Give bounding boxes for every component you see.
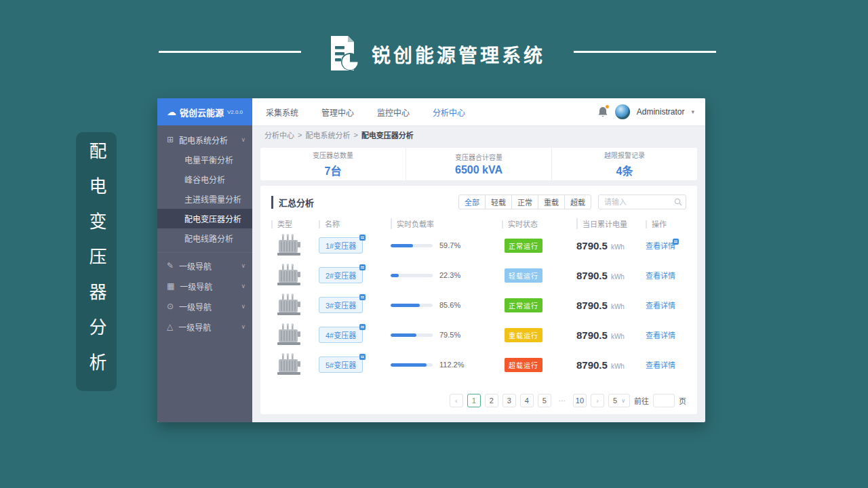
filter-heavy-load-button[interactable]: 重载 — [538, 195, 565, 209]
corner-badge-icon — [359, 235, 366, 241]
transformer-image — [271, 293, 319, 317]
sidebar-item-transformer-analysis[interactable]: 配电变压器分析 — [157, 209, 252, 228]
main-area: 采集系统 管理中心 监控中心 分析中心 Administrator ▾ — [252, 98, 705, 422]
chevron-down-icon: ∨ — [241, 283, 245, 289]
energy-value: 8790.5 — [576, 270, 608, 281]
sidebar-item-distribution-line[interactable]: 配电线路分析 — [157, 228, 252, 248]
sidebar-item-nav-4[interactable]: △ 一级导航 ∨ — [157, 317, 252, 337]
energy-unit: kWh — [611, 333, 625, 340]
breadcrumb-item[interactable]: 分析中心 — [264, 129, 294, 140]
load-percent: 112.2% — [439, 361, 465, 369]
corner-badge-icon — [359, 324, 366, 330]
warning-triangle-icon: △ — [167, 322, 173, 331]
sidebar-group-power-system-analysis[interactable]: ⊞ 配电系统分析 ∨ — [157, 129, 252, 150]
page-size-select[interactable]: 5 ∨ — [608, 394, 630, 407]
stats-card: 变压器总数量 7台 变压器合计容量 6500 kVA 越限报警记录 4条 — [260, 148, 697, 180]
goto-label: 前往 — [634, 395, 649, 406]
column-header-load: 实时负载率 — [391, 218, 434, 229]
view-detail-link[interactable]: 查看详情 — [646, 302, 675, 310]
panel-tools: 全部 轻载 正常 重载 超载 — [458, 195, 686, 209]
transformer-image — [271, 353, 319, 376]
username[interactable]: Administrator — [637, 107, 685, 117]
corner-badge-icon — [359, 294, 366, 300]
chevron-down-icon: ∨ — [621, 398, 625, 404]
load-progress — [391, 304, 433, 307]
transformer-name-button[interactable]: 2#变压器 — [319, 267, 363, 283]
pagination-ellipsis[interactable]: ··· — [555, 394, 569, 407]
transformer-image — [271, 323, 319, 346]
column-header-action: 操作 — [646, 220, 667, 228]
bell-icon[interactable] — [597, 106, 608, 118]
sidebar-item-label: 一级导航 — [179, 301, 212, 312]
energy-unit: kWh — [611, 303, 625, 310]
sidebar-item-peak-valley[interactable]: 峰谷电分析 — [157, 169, 252, 189]
stat-total-capacity: 变压器合计容量 6500 kVA — [406, 148, 551, 180]
column-header-type: 类型 — [271, 220, 292, 228]
user-caret-down-icon[interactable]: ▾ — [691, 108, 694, 115]
page-button[interactable]: 2 — [485, 394, 498, 407]
cloud-icon: ☁ — [167, 107, 176, 117]
sidebar-item-energy-balance[interactable]: 电量平衡分析 — [157, 150, 252, 169]
filter-light-load-button[interactable]: 轻载 — [485, 195, 512, 209]
table-header: 类型 名称 实时负载率 实时状态 当日累计电量 操作 — [271, 218, 686, 229]
view-detail-link[interactable]: 查看详情 — [646, 242, 675, 250]
vertical-title-text: 配电变压器分析 — [76, 135, 117, 388]
pagination: ‹ 1 2 3 4 5 ··· 10 › 5 ∨ 前往 页 — [271, 394, 686, 407]
page-button[interactable]: 4 — [520, 394, 534, 407]
sidebar-item-nav-1[interactable]: ✎ 一级导航 ∨ — [157, 256, 252, 276]
sidebar-group-label: 配电系统分析 — [179, 134, 228, 146]
app-logo: ☁ 锐创云能源 V2.0.0 — [157, 98, 252, 125]
sidebar-item-label: 电量平衡分析 — [184, 154, 233, 165]
page-size-value: 5 — [613, 396, 617, 405]
sidebar-item-label: 配电变压器分析 — [184, 213, 241, 224]
page-button[interactable]: 3 — [502, 394, 516, 407]
breadcrumb-item[interactable]: 配电系统分析 — [305, 129, 350, 140]
corner-badge-icon — [673, 239, 679, 245]
filter-normal-button[interactable]: 正常 — [511, 195, 538, 209]
content: 变压器总数量 7台 变压器合计容量 6500 kVA 越限报警记录 4条 汇总分… — [252, 144, 705, 422]
transformer-name-button[interactable]: 1#变压器 — [319, 237, 363, 253]
search-input[interactable] — [598, 195, 686, 209]
stat-value: 7台 — [325, 162, 342, 178]
column-header-status: 实时状态 — [502, 220, 538, 228]
nav-collect-system[interactable]: 采集系统 — [266, 106, 298, 118]
view-detail-link[interactable]: 查看详情 — [646, 331, 675, 340]
energy-unit: kWh — [611, 363, 625, 370]
view-detail-link[interactable]: 查看详情 — [646, 272, 675, 280]
load-percent: 85.6% — [439, 301, 460, 309]
nav-manage-center[interactable]: 管理中心 — [321, 106, 354, 118]
sidebar-item-label: 一级导航 — [180, 281, 212, 292]
nav-monitor-center[interactable]: 监控中心 — [377, 106, 410, 118]
page-button[interactable]: 10 — [573, 394, 587, 407]
prev-page-button[interactable]: ‹ — [450, 394, 463, 407]
transformer-image — [271, 264, 319, 287]
edit-icon: ✎ — [167, 261, 174, 270]
transformer-name-button[interactable]: 3#变压器 — [319, 297, 363, 313]
summary-panel: 汇总分析 全部 轻载 正常 重载 超载 — [260, 186, 697, 414]
page-button[interactable]: 5 — [538, 394, 551, 407]
load-percent: 79.5% — [439, 331, 460, 339]
table-row: 4#变压器 79.5% 重载运行 8790.5 kWh 查看详情 — [271, 320, 686, 350]
avatar[interactable] — [615, 104, 630, 119]
energy-unit: kWh — [611, 273, 625, 281]
filter-overload-button[interactable]: 超载 — [564, 195, 591, 209]
topbar-right: Administrator ▾ — [597, 104, 694, 119]
filter-all-button[interactable]: 全部 — [458, 195, 486, 209]
nav-analysis-center[interactable]: 分析中心 — [433, 106, 465, 118]
status-badge: 轻载运行 — [505, 268, 542, 283]
next-page-button[interactable]: › — [591, 394, 604, 407]
goto-page-input[interactable] — [653, 394, 675, 407]
breadcrumb-separator: > — [353, 131, 357, 139]
stat-label: 越限报警记录 — [604, 150, 645, 160]
page-button[interactable]: 1 — [467, 394, 481, 407]
sidebar-item-main-incoming-demand[interactable]: 主进线需量分析 — [157, 189, 252, 209]
sidebar-item-nav-3[interactable]: ⊙ 一级导航 ∨ — [157, 296, 252, 317]
sidebar-item-nav-2[interactable]: ▦ 一级导航 ∨ — [157, 276, 252, 296]
view-detail-link[interactable]: 查看详情 — [646, 361, 675, 369]
column-header-name: 名称 — [319, 220, 340, 228]
transformer-name-button[interactable]: 5#变压器 — [319, 357, 363, 373]
sidebar: ☁ 锐创云能源 V2.0.0 ⊞ 配电系统分析 ∨ 电量平衡分析 峰谷电分析 主… — [157, 98, 252, 422]
grid-icon: ▦ — [167, 281, 174, 291]
vertical-title-card: 配电变压器分析 — [76, 132, 117, 391]
transformer-name-button[interactable]: 4#变压器 — [319, 327, 363, 343]
